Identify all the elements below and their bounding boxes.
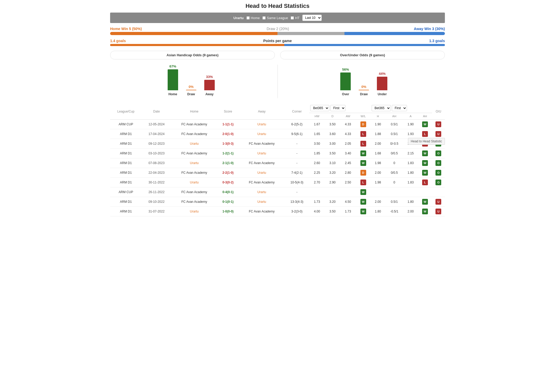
filter-home-checkbox[interactable]: Home (246, 16, 260, 20)
badge-U: U (435, 121, 441, 127)
cell-date: 09-10-2022 (141, 197, 171, 207)
ou-under-rect (377, 77, 387, 90)
table-row: ARM CUP 12-05-2024 FC Avan Academy 1-1(1… (110, 120, 445, 129)
filter-ht-checkbox[interactable]: HT (291, 16, 299, 20)
cell-aw (340, 187, 356, 197)
ah-home-name: Home (168, 92, 177, 96)
badge-W: W (422, 170, 428, 176)
cell-hw: 1.65 (309, 129, 325, 139)
cell-a (403, 187, 418, 197)
col-corner: Corner (285, 103, 309, 120)
filter-same-league-checkbox[interactable]: Same League (262, 16, 288, 20)
ou-over-rect (340, 72, 351, 90)
asian-handicap-box: Asian Handicap Odds (9 games) (110, 51, 275, 59)
ou-draw-bar: 0% Draw (359, 85, 369, 96)
col-ah: AH (385, 113, 403, 120)
col-home: Home (171, 103, 217, 120)
asian-handicap-label: Asian Handicap Odds (9 games) (167, 53, 219, 57)
bar-home (110, 32, 278, 35)
table-row: ARM D1 30-11-2022 Urartu 0-3(0-2) FC Ava… (110, 178, 445, 187)
ah-draw-bar: 0% Draw (186, 85, 196, 96)
col-away: Away (239, 103, 285, 120)
cell-ah (385, 187, 403, 197)
cell-ah: 0/-0.5 (385, 139, 403, 149)
cell-d: 2.90 (325, 178, 340, 187)
table-header-row: League/Cup Date Home Score Away Corner B… (110, 103, 445, 113)
badge-W: W (360, 160, 366, 166)
cell-h: 1.88 (371, 129, 385, 139)
over-under-box: Over/Under Odds (9 games) (280, 51, 445, 59)
ah-bar-chart: 67% Home 0% Draw 33% Away (168, 65, 215, 96)
cell-d: 3.10 (325, 158, 340, 168)
cell-score: 2-1(1-0) (217, 158, 239, 168)
cell-h: 2.00 (371, 168, 385, 178)
cell-hw: 2.25 (309, 168, 325, 178)
bet365-select-2[interactable]: Bet365 (372, 105, 391, 111)
ah-away-bar: 33% Away (204, 75, 215, 96)
cell-hw: 1.85 (309, 149, 325, 158)
cell-a: 2.15 (403, 149, 418, 158)
cell-aw: 2.50 (340, 178, 356, 187)
cell-ah2: W (418, 207, 432, 216)
cell-date: 09-12-2023 (141, 139, 171, 149)
cell-away: FC Avan Academy (239, 178, 285, 187)
cell-date: 22-04-2023 (141, 168, 171, 178)
cell-wl: D (356, 120, 371, 129)
cell-a: 1.90 (403, 120, 418, 129)
cell-wl: W (356, 158, 371, 168)
badge-W: W (360, 150, 366, 156)
ou-over-name: Over (342, 92, 349, 96)
cell-corner: 13-3(4-3) (285, 197, 309, 207)
ah-home-pct: 67% (169, 64, 176, 68)
cell-score: 2-0(1-0) (217, 129, 239, 139)
first-select-1[interactable]: First (330, 105, 346, 111)
filter-team-label: Urartu (234, 16, 244, 20)
cell-league: ARM D1 (110, 168, 141, 178)
filter-bar: Urartu Home Same League HT Last 10 Last … (110, 13, 445, 23)
cell-h: 1.68 (371, 149, 385, 158)
cell-d (325, 187, 340, 197)
cell-corner: 7-4(2-1) (285, 168, 309, 178)
cell-date: 17-04-2024 (141, 129, 171, 139)
last-n-select[interactable]: Last 10 Last 5 Last 20 (302, 15, 322, 21)
cell-ah2: L (418, 178, 432, 187)
cell-date: 31-07-2022 (141, 207, 171, 216)
cell-hw: 2.60 (309, 158, 325, 168)
cell-away: FC Avan Academy (239, 139, 285, 149)
cell-ou: U (432, 207, 445, 216)
cell-home: FC Avan Academy (171, 197, 217, 207)
page-title: Head to Head Statistics (110, 3, 445, 9)
badge-L: L (422, 131, 428, 137)
cell-score: 1-3(0-3) (217, 139, 239, 149)
cell-league: ARM D1 (110, 178, 141, 187)
badge-L: L (360, 180, 366, 185)
cell-ah2: W (418, 197, 432, 207)
cell-wl: W (356, 187, 371, 197)
ou-over-bar: 56% Over (340, 68, 351, 96)
cell-home: FC Avan Academy (171, 120, 217, 129)
bet365-select-1[interactable]: Bet365 (310, 105, 329, 111)
badge-W: W (360, 209, 366, 214)
cell-a: 1.80 (403, 168, 418, 178)
badge-W: W (422, 209, 428, 214)
cell-league: ARM D1 (110, 207, 141, 216)
cell-ou: O (432, 149, 445, 158)
table-row: ARM D1 09-12-2023 Urartu 1-3(0-3) FC Ava… (110, 139, 445, 149)
away-win-label: Away Win 3 (30%) (414, 27, 445, 31)
cell-league: ARM D1 (110, 129, 141, 139)
table-row: ARM CUP 26-11-2022 FC Avan Academy 0-4(0… (110, 187, 445, 197)
bar-away (344, 32, 445, 35)
ou-over-pct: 56% (342, 68, 349, 71)
col-aw: AW (340, 113, 356, 120)
cell-aw: 2.05 (340, 139, 356, 149)
badge-U: U (435, 131, 441, 137)
ou-draw-rect (359, 90, 369, 90)
win-bar-labels: Home Win 5 (50%) Draw 2 (20%) Away Win 3… (110, 27, 445, 31)
badge-U: U (435, 209, 441, 214)
cell-h: 1.90 (371, 120, 385, 129)
cell-ou: O (432, 168, 445, 178)
cell-away: FC Avan Academy (239, 207, 285, 216)
ou-draw-name: Draw (360, 92, 368, 96)
first-select-2[interactable]: First (392, 105, 407, 111)
cell-d: 3.20 (325, 197, 340, 207)
